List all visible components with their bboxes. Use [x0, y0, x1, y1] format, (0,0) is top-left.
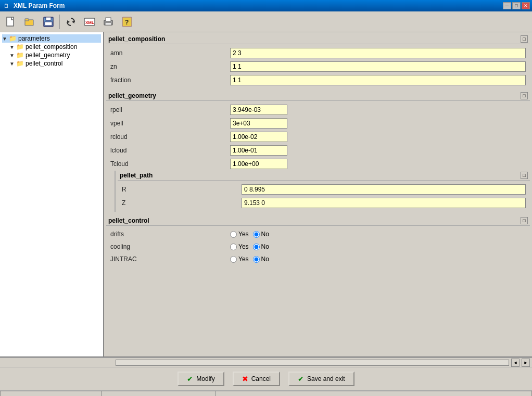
- label-vpell: vpell: [110, 120, 230, 127]
- svg-rect-5: [45, 22, 52, 25]
- tree-item-pellet-geometry[interactable]: ▼ 📁 pellet_geometry: [9, 51, 101, 59]
- input-lcloud[interactable]: [230, 145, 287, 156]
- subsection-content-pellet-path: R Z: [118, 181, 530, 212]
- form-row-Z: Z: [118, 196, 530, 210]
- toolbar-sep-1: [59, 15, 60, 29]
- scroll-left-btn[interactable]: ◄: [511, 359, 520, 367]
- expander-pellet-geometry: ▼: [9, 53, 15, 58]
- label-cooling: cooling: [110, 243, 230, 250]
- input-fraction[interactable]: [230, 75, 526, 85]
- svg-marker-7: [67, 20, 70, 23]
- form-row-jintrac: JINTRAC Yes No: [106, 253, 530, 265]
- input-vpell[interactable]: [230, 118, 287, 129]
- form-row-tcloud: Tcloud: [106, 157, 530, 171]
- status-navigation: Navigation Tree Context: [216, 391, 532, 396]
- window-title: XML Param Form: [14, 2, 65, 9]
- scroll-right-btn[interactable]: ►: [522, 359, 530, 367]
- section-title-pellet-composition: pellet_composition: [108, 35, 165, 43]
- section-header-pellet-control: pellet_control □: [106, 216, 530, 226]
- input-rpell[interactable]: [230, 105, 287, 115]
- svg-text:XML: XML: [85, 20, 94, 25]
- section-pellet-composition: pellet_composition □ amn zn fraction: [106, 34, 530, 89]
- svg-marker-6: [72, 20, 74, 23]
- save-file-btn[interactable]: [40, 14, 57, 30]
- input-tcloud[interactable]: [230, 159, 287, 169]
- expander-pellet-control: ▼: [9, 61, 15, 67]
- status-description: Description: [102, 391, 216, 396]
- svg-text:?: ?: [125, 19, 129, 26]
- main-content: ▼ 📁 parameters ▼ 📁 pellet_composition ▼ …: [0, 32, 532, 357]
- save-exit-button[interactable]: ✔ Save and exit: [288, 372, 354, 386]
- help-btn[interactable]: ?: [118, 14, 136, 30]
- cancel-button[interactable]: ✖ Cancel: [233, 372, 280, 386]
- radio-cooling-no[interactable]: No: [253, 243, 269, 250]
- section-content-pellet-composition: amn zn fraction: [106, 44, 530, 89]
- folder-icon-parameters: 📁: [9, 35, 17, 42]
- new-file-btn[interactable]: [2, 14, 20, 30]
- reload-btn[interactable]: [62, 14, 80, 30]
- form-row-lcloud: lcloud: [106, 144, 530, 157]
- collapse-btn-pellet-control[interactable]: □: [521, 217, 528, 224]
- label-drifts: drifts: [110, 231, 230, 238]
- maximize-btn[interactable]: □: [512, 2, 521, 9]
- title-bar: 🗒 XML Param Form ─ □ ✕: [0, 0, 532, 11]
- svg-rect-2: [25, 19, 29, 21]
- modify-button[interactable]: ✔ Modify: [178, 372, 224, 386]
- tree-item-pellet-control[interactable]: ▼ 📁 pellet_control: [9, 59, 101, 68]
- collapse-btn-pellet-geometry[interactable]: □: [521, 92, 528, 99]
- form-row-amn: amn: [106, 46, 530, 60]
- radio-cooling-yes[interactable]: Yes: [230, 243, 249, 250]
- svg-rect-11: [106, 18, 111, 21]
- input-rcloud[interactable]: [230, 132, 287, 142]
- horizontal-scrollbar[interactable]: [116, 360, 509, 366]
- radio-jintrac-no[interactable]: No: [253, 256, 269, 263]
- radio-drifts-no[interactable]: No: [253, 231, 269, 238]
- section-header-pellet-geometry: pellet_geometry □: [106, 91, 530, 101]
- subsection-header-pellet-path: pellet_path □: [118, 171, 530, 181]
- label-rcloud: rcloud: [110, 133, 230, 140]
- form-panel: pellet_composition □ amn zn fraction: [104, 32, 532, 357]
- input-zn[interactable]: [230, 61, 526, 72]
- close-btn[interactable]: ✕: [522, 2, 530, 9]
- input-Z[interactable]: [242, 198, 526, 208]
- modify-label: Modify: [196, 375, 214, 382]
- section-header-pellet-composition: pellet_composition □: [106, 34, 530, 44]
- input-amn[interactable]: [230, 48, 526, 58]
- folder-icon-pellet-control: 📁: [16, 60, 24, 67]
- tree-item-pellet-composition[interactable]: ▼ 📁 pellet_composition: [9, 43, 101, 51]
- label-jintrac: JINTRAC: [110, 256, 230, 263]
- form-row-zn: zn: [106, 60, 530, 73]
- window-icon: 🗒: [2, 2, 10, 10]
- xml-btn[interactable]: XML: [81, 14, 98, 30]
- label-fraction: fraction: [110, 76, 230, 84]
- label-tcloud: Tcloud: [110, 160, 230, 168]
- tree-item-parameters[interactable]: ▼ 📁 parameters: [2, 34, 101, 43]
- svg-rect-12: [105, 23, 111, 25]
- subsection-pellet-path: pellet_path □ R Z: [115, 171, 530, 212]
- radio-jintrac-yes[interactable]: Yes: [230, 256, 249, 263]
- label-lcloud: lcloud: [110, 147, 230, 154]
- scroll-bar-area: ◄ ►: [0, 357, 532, 367]
- radio-group-jintrac: Yes No: [230, 256, 269, 263]
- input-R[interactable]: [242, 184, 526, 195]
- collapse-btn-pellet-composition[interactable]: □: [521, 35, 528, 43]
- section-pellet-control: pellet_control □ drifts Yes No: [106, 216, 530, 267]
- save-check-icon: ✔: [298, 375, 304, 383]
- label-Z: Z: [122, 199, 242, 207]
- label-amn: amn: [110, 49, 230, 57]
- collapse-btn-pellet-path[interactable]: □: [521, 172, 528, 179]
- save-exit-label: Save and exit: [307, 375, 345, 382]
- subsection-title-pellet-path: pellet_path: [120, 172, 153, 179]
- form-row-rpell: rpell: [106, 103, 530, 117]
- tree-root: ▼ 📁 parameters ▼ 📁 pellet_composition ▼ …: [2, 34, 101, 68]
- radio-drifts-yes[interactable]: Yes: [230, 231, 249, 238]
- folder-icon-pellet-geometry: 📁: [16, 52, 24, 59]
- button-bar: ✔ Modify ✖ Cancel ✔ Save and exit: [0, 367, 532, 391]
- tree-sidebar: ▼ 📁 parameters ▼ 📁 pellet_composition ▼ …: [0, 32, 104, 357]
- status-bar: Category Description Navigation Tree Con…: [0, 391, 532, 396]
- print-btn[interactable]: [99, 14, 117, 30]
- form-row-vpell: vpell: [106, 117, 530, 130]
- open-file-btn[interactable]: [21, 14, 39, 30]
- minimize-btn[interactable]: ─: [503, 2, 511, 9]
- label-zn: zn: [110, 63, 230, 70]
